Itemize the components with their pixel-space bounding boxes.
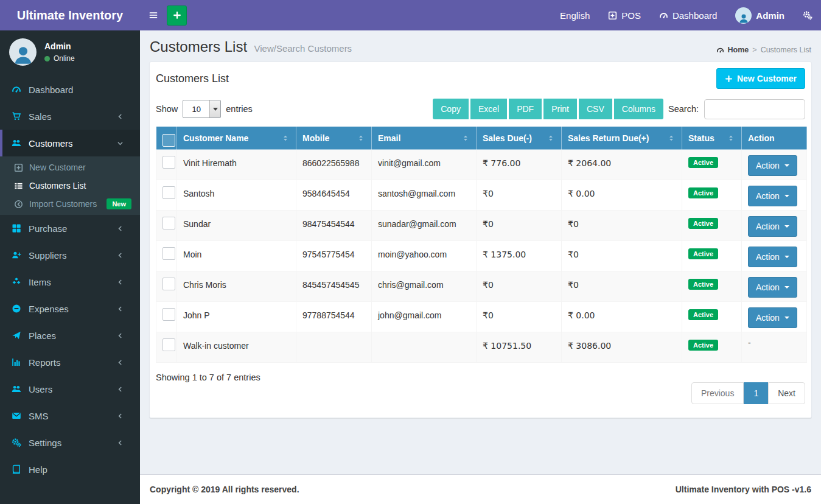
row-checkbox[interactable] — [162, 156, 175, 169]
action-button-label: Action — [756, 222, 780, 231]
row-checkbox[interactable] — [162, 338, 175, 351]
cell-action: Action — [742, 150, 807, 180]
print-button[interactable]: Print — [543, 99, 577, 119]
sidebar-item-reports[interactable]: Reports — [0, 349, 140, 376]
sidebar-item-places[interactable]: Places — [0, 322, 140, 349]
caret-down-icon — [784, 195, 789, 197]
plus-square-icon — [608, 11, 617, 20]
sidebar-item-customers[interactable]: Customers — [0, 130, 140, 156]
copy-button[interactable]: Copy — [433, 99, 469, 119]
cell-mobile: 866022565988 — [296, 150, 372, 180]
paper-plane-icon — [12, 331, 21, 340]
dashboard-link[interactable]: Dashboard — [659, 0, 717, 30]
previous-page-button[interactable]: Previous — [691, 382, 744, 404]
sidebar-item-import-customers[interactable]: Import Customers New — [0, 195, 140, 213]
person-icon — [12, 44, 34, 66]
sidebar-item-sales[interactable]: Sales — [0, 103, 140, 130]
sidebar-item-new-customer[interactable]: New Customer — [0, 158, 140, 177]
user-menu-label: Admin — [756, 10, 784, 21]
minus-circle-icon — [12, 304, 21, 313]
column-header-customer-name[interactable]: Customer Name — [177, 127, 296, 150]
excel-button[interactable]: Excel — [470, 99, 507, 119]
cell-status: Active — [682, 211, 742, 241]
cell-action: Action — [742, 302, 807, 332]
column-header-sales-due[interactable]: Sales Due(-) — [477, 127, 562, 150]
action-button[interactable]: Action — [748, 277, 797, 298]
cell-select — [156, 302, 177, 332]
sidebar-item-expenses[interactable]: Expenses — [0, 295, 140, 322]
sidebar-item-label: Settings — [29, 438, 61, 448]
next-page-button[interactable]: Next — [768, 382, 805, 404]
sidebar-toggle-button[interactable] — [140, 0, 167, 30]
sidebar-item-users[interactable]: Users — [0, 376, 140, 402]
status-badge: Active — [688, 309, 718, 320]
chevron-left-icon — [117, 386, 124, 393]
brand-logo[interactable]: Ultimate Inventory — [0, 0, 140, 30]
table-row: Sundar 98475454544 sunadar@gmail.com ₹0 … — [156, 211, 807, 241]
sidebar-item-items[interactable]: Items — [0, 268, 140, 295]
action-button[interactable]: Action — [748, 216, 797, 237]
table-footer: Showing 1 to 7 of 7 entries Previous 1 N… — [150, 363, 811, 418]
action-button[interactable]: Action — [748, 155, 797, 176]
breadcrumb-home[interactable]: Home — [728, 46, 749, 54]
plus-icon — [725, 75, 733, 83]
table-container: Customer Name Mobile Email Sales Due(-) … — [150, 126, 811, 363]
settings-menu[interactable] — [803, 0, 812, 30]
action-button[interactable]: Action — [748, 307, 797, 328]
page-title: Customers List — [150, 38, 247, 55]
sidebar-item-label: Places — [29, 331, 56, 341]
user-menu[interactable]: Admin — [735, 0, 784, 30]
cell-mobile: 97545775454 — [296, 241, 372, 271]
cell-email: john@gmail.com — [372, 302, 477, 332]
cell-mobile: 9584645454 — [296, 180, 372, 211]
avatar — [735, 7, 752, 24]
status-badge: Active — [688, 279, 718, 290]
entries-select[interactable]: 10 — [183, 100, 221, 118]
search-input[interactable] — [704, 99, 805, 119]
sidebar-item-customers-list[interactable]: Customers List — [0, 177, 140, 195]
new-customer-button[interactable]: New Customer — [716, 68, 805, 89]
caret-down-icon — [784, 317, 789, 319]
pdf-button[interactable]: PDF — [509, 99, 542, 119]
column-header-email[interactable]: Email — [372, 127, 477, 150]
sidebar-item-dashboard[interactable]: Dashboard — [0, 76, 140, 103]
sort-icon — [281, 134, 290, 142]
column-header-status[interactable]: Status — [682, 127, 742, 150]
row-checkbox[interactable] — [162, 278, 175, 290]
sidebar-item-label: Reports — [29, 357, 61, 368]
cell-action: Action — [742, 211, 807, 241]
cart-icon — [12, 111, 21, 121]
dashboard-label: Dashboard — [673, 10, 717, 21]
column-header-mobile[interactable]: Mobile — [296, 127, 372, 150]
columns-button[interactable]: Columns — [614, 99, 663, 119]
cell-status: Active — [682, 302, 742, 332]
sort-icon — [547, 134, 555, 142]
row-checkbox[interactable] — [162, 217, 175, 229]
cell-sales-due: ₹0 — [477, 211, 562, 241]
pos-link[interactable]: POS — [608, 0, 641, 30]
sidebar-item-purchase[interactable]: Purchase — [0, 215, 140, 242]
users-icon — [12, 138, 21, 148]
action-button[interactable]: Action — [748, 247, 797, 267]
action-button[interactable]: Action — [748, 186, 797, 206]
cell-select — [156, 271, 177, 302]
row-checkbox[interactable] — [162, 308, 175, 321]
sidebar-item-suppliers[interactable]: Suppliers — [0, 242, 140, 268]
cell-customer-name: Vinit Hiremath — [177, 150, 296, 180]
csv-button[interactable]: CSV — [579, 99, 612, 119]
language-menu[interactable]: English — [560, 0, 590, 30]
row-checkbox[interactable] — [162, 247, 175, 260]
cell-action: Action — [742, 241, 807, 271]
arrow-circle-left-icon — [14, 200, 23, 209]
chevron-left-icon — [117, 279, 124, 285]
caret-down-icon — [784, 256, 789, 258]
sidebar-item-sms[interactable]: SMS — [0, 402, 140, 429]
page-1-button[interactable]: 1 — [744, 382, 768, 404]
sidebar-item-help[interactable]: Help — [0, 456, 140, 483]
row-checkbox[interactable] — [162, 186, 175, 199]
column-header-sales-return-due[interactable]: Sales Return Due(+) — [562, 127, 682, 150]
select-all-checkbox[interactable] — [162, 134, 175, 147]
quick-add-button[interactable] — [167, 5, 187, 26]
sidebar-item-settings[interactable]: Settings — [0, 429, 140, 456]
action-button-label: Action — [756, 252, 780, 262]
